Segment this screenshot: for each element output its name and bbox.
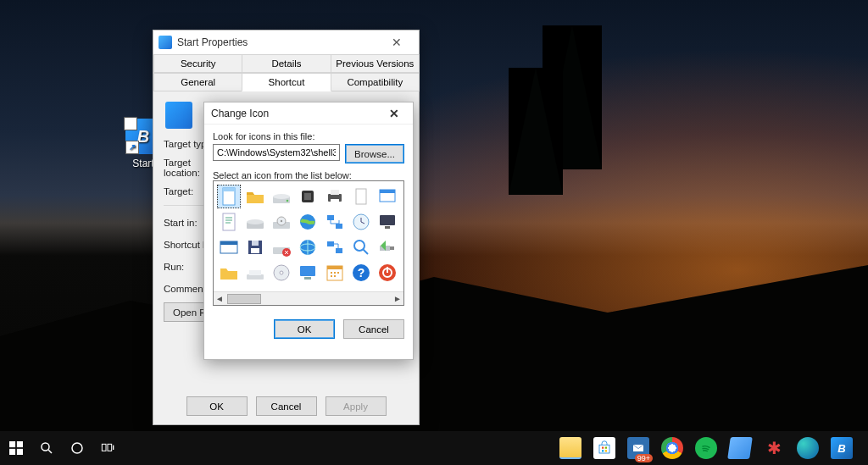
icon-option-printer[interactable] <box>323 185 347 208</box>
tab-security[interactable]: Security <box>153 54 242 73</box>
icon-option-text-file[interactable] <box>217 210 241 234</box>
svg-rect-66 <box>605 447 607 449</box>
svg-rect-29 <box>220 241 237 245</box>
apply-button[interactable]: Apply <box>326 396 387 416</box>
tab-previous-versions[interactable]: Previous Versions <box>331 54 420 73</box>
svg-rect-63 <box>113 446 114 450</box>
icon-option-window[interactable] <box>376 185 399 208</box>
taskbar-app-file-explorer[interactable] <box>559 437 581 459</box>
svg-rect-64 <box>599 445 609 453</box>
svg-rect-6 <box>304 193 311 200</box>
icon-option-globe-alt[interactable] <box>296 235 320 259</box>
close-icon[interactable]: ✕ <box>380 36 414 49</box>
svg-rect-67 <box>602 450 604 451</box>
scroll-left-icon[interactable]: ◄ <box>215 294 224 303</box>
icon-option-chip[interactable] <box>296 185 320 208</box>
tab-details[interactable]: Details <box>242 54 331 73</box>
properties-button-row: OK Cancel Apply <box>153 396 419 416</box>
change-icon-titlebar[interactable]: Change Icon ✕ <box>204 102 413 125</box>
svg-rect-54 <box>387 267 388 273</box>
cortana-icon[interactable] <box>70 440 85 456</box>
icon-option-folder-alt[interactable] <box>217 261 241 285</box>
icon-option-network-alt[interactable] <box>323 235 347 259</box>
taskbar-app-edge[interactable] <box>797 437 819 459</box>
icon-option-folder[interactable] <box>243 185 267 208</box>
properties-titlebar[interactable]: Start Properties ✕ <box>153 30 419 54</box>
icon-option-search[interactable] <box>349 235 373 259</box>
tab-compatibility[interactable]: Compatibility <box>331 73 420 91</box>
icon-option-drive-error[interactable] <box>270 235 293 259</box>
svg-point-4 <box>287 200 289 202</box>
scroll-right-icon[interactable]: ► <box>393 294 402 303</box>
icon-option-power[interactable] <box>376 261 399 285</box>
icon-option-drive-alt[interactable] <box>243 210 267 234</box>
svg-rect-10 <box>356 189 366 204</box>
svg-rect-31 <box>252 241 259 246</box>
icon-option-help[interactable]: ? <box>349 261 373 285</box>
icon-option-drive[interactable] <box>270 185 293 208</box>
close-icon[interactable]: ✕ <box>382 107 406 120</box>
svg-rect-13 <box>223 213 235 230</box>
icon-option-app-window[interactable] <box>217 235 241 259</box>
svg-rect-65 <box>602 447 604 449</box>
svg-rect-32 <box>251 248 259 253</box>
search-icon[interactable] <box>39 440 54 456</box>
ok-button[interactable]: OK <box>186 396 248 416</box>
taskbar-app-notes[interactable] <box>727 437 753 459</box>
taskbar-app-unknown[interactable]: ✱ <box>763 437 785 459</box>
svg-rect-46 <box>300 266 315 276</box>
select-icon-label: Select an icon from the list below: <box>213 170 404 180</box>
svg-rect-61 <box>102 444 106 451</box>
taskbar: ✱ B <box>0 431 868 465</box>
svg-point-21 <box>281 220 282 222</box>
tab-general[interactable]: General <box>153 73 242 91</box>
svg-text:?: ? <box>357 266 364 280</box>
icon-option-clock[interactable] <box>349 210 373 234</box>
svg-rect-56 <box>17 441 23 447</box>
app-icon <box>165 102 192 129</box>
svg-rect-8 <box>331 190 339 195</box>
svg-rect-12 <box>380 190 395 193</box>
look-for-icons-label: Look for icons in this file: <box>213 131 404 141</box>
taskbar-app-store[interactable] <box>593 437 615 459</box>
taskbar-app-spotify[interactable] <box>695 437 717 459</box>
icon-option-document[interactable] <box>217 185 241 208</box>
icon-option-disc[interactable] <box>270 261 293 285</box>
ok-button[interactable]: OK <box>274 319 335 339</box>
cancel-button[interactable]: Cancel <box>343 319 404 339</box>
taskbar-app-mail[interactable] <box>627 437 649 459</box>
icon-option-globe[interactable] <box>296 210 320 234</box>
svg-rect-43 <box>249 270 261 275</box>
icon-option-blank-page[interactable] <box>349 185 373 208</box>
icon-list-scrollbar[interactable]: ◄ ► <box>214 291 403 305</box>
taskbar-app-chrome[interactable] <box>661 437 683 459</box>
scroll-thumb[interactable] <box>227 294 261 304</box>
svg-rect-37 <box>327 241 334 246</box>
svg-rect-41 <box>390 246 394 250</box>
icon-option-usb-back[interactable] <box>376 235 399 259</box>
icon-option-optical-drive[interactable] <box>270 210 293 234</box>
svg-rect-47 <box>304 277 311 280</box>
browse-button[interactable]: Browse... <box>345 144 404 163</box>
icon-option-computer[interactable] <box>296 261 320 285</box>
task-view-icon[interactable] <box>100 440 115 456</box>
icon-list[interactable]: ? ◄ ► <box>213 180 404 306</box>
tab-shortcut[interactable]: Shortcut <box>242 73 331 91</box>
desktop-wallpaper <box>0 0 868 465</box>
cancel-button[interactable]: Cancel <box>256 396 317 416</box>
icon-option-network[interactable] <box>323 210 347 234</box>
icon-option-scanner[interactable] <box>243 261 267 285</box>
properties-title: Start Properties <box>177 36 248 48</box>
icon-option-monitor[interactable] <box>376 210 399 234</box>
change-icon-button-row: OK Cancel <box>204 311 413 339</box>
icon-option-calendar[interactable] <box>323 261 347 285</box>
svg-rect-55 <box>9 441 15 447</box>
icon-option-floppy[interactable] <box>243 235 267 259</box>
icon-path-input[interactable] <box>213 144 340 161</box>
svg-rect-24 <box>336 224 342 229</box>
svg-point-59 <box>42 443 49 451</box>
taskbar-app-start-custom[interactable]: B <box>831 437 853 459</box>
start-menu-icon[interactable] <box>8 440 24 456</box>
svg-rect-68 <box>605 450 607 451</box>
properties-tabs: Security Details Previous Versions Gener… <box>153 54 419 91</box>
